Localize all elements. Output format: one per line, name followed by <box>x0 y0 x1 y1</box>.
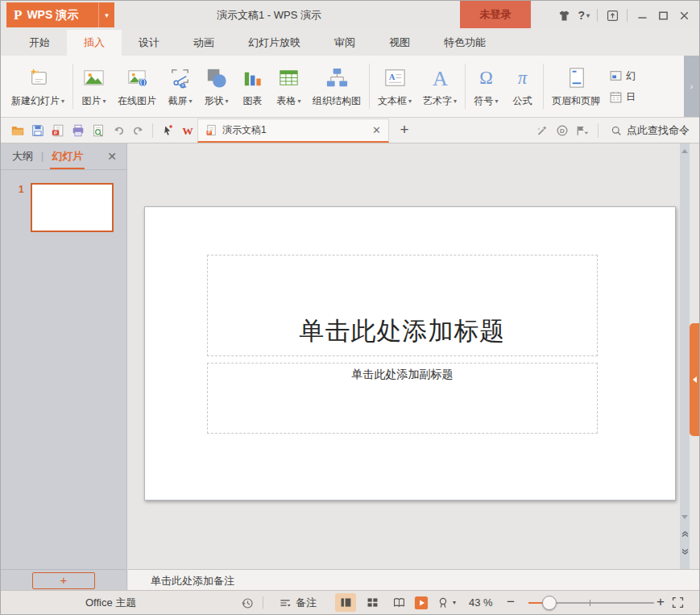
ribbon-item-table[interactable]: 表格▾ <box>271 62 307 111</box>
subtitle-placeholder[interactable]: 单击此处添加副标题 <box>207 363 598 434</box>
ribbon-group-separator <box>72 64 73 109</box>
wps-w-icon[interactable]: W <box>177 121 197 140</box>
title-placeholder[interactable]: 单击此处添加标题 <box>207 255 598 356</box>
ribbon-item-chart[interactable]: 图表 <box>234 62 271 111</box>
app-menu-caret-icon[interactable]: ▾ <box>98 2 114 27</box>
slide-thumbnail[interactable] <box>31 183 114 232</box>
zoom-slider[interactable] <box>528 602 654 604</box>
menu-tab-6[interactable]: 视图 <box>372 30 427 56</box>
maximize-icon[interactable] <box>652 5 673 26</box>
ribbon-item-shapes[interactable]: 形状▾ <box>198 62 234 111</box>
slide-number-icon <box>609 69 623 83</box>
wps-app-menu[interactable]: P WPS 演示 ▾ <box>6 2 114 27</box>
tab-close-icon[interactable]: ✕ <box>372 124 381 136</box>
menu-tab-1[interactable]: 插入 <box>67 30 122 56</box>
slide-editor-area: 单击此处添加标题 单击此处添加副标题 <box>128 143 680 569</box>
quick-access-toolbar: PW P 演示文稿1 ✕ + D 点此查找命令 <box>1 118 699 143</box>
panel-close-icon[interactable]: ✕ <box>107 150 117 163</box>
ribbon-item-label: 页眉和页脚 <box>552 94 600 108</box>
slides-panel: 大纲 | 幻灯片 ✕ 1 <box>1 143 127 569</box>
tab-outline[interactable]: 大纲 <box>10 143 35 169</box>
undo-icon[interactable] <box>108 121 128 140</box>
new-tab-button[interactable]: + <box>395 120 414 139</box>
menu-tab-2[interactable]: 设计 <box>122 30 176 56</box>
open-folder-icon[interactable] <box>7 121 27 140</box>
task-pane-toggle[interactable] <box>690 323 699 436</box>
menu-tab-7[interactable]: 特色功能 <box>427 30 503 56</box>
zoom-slider-handle[interactable] <box>542 596 557 610</box>
dropdown-caret-icon: ▾ <box>298 98 301 105</box>
toolbar-divider <box>598 123 599 138</box>
skin-tshirt-icon[interactable] <box>553 5 574 26</box>
slide-canvas[interactable]: 单击此处添加标题 单击此处添加副标题 <box>144 206 676 501</box>
ribbon-item-slide-number[interactable]: 幻 <box>609 69 636 83</box>
ribbon-item-label: 符号▾ <box>474 94 499 108</box>
menu-tab-3[interactable]: 动画 <box>176 30 231 56</box>
pane-toggle-arrow-icon <box>693 376 697 383</box>
fit-to-window-button[interactable] <box>671 596 686 610</box>
zoom-in-button[interactable]: + <box>653 591 668 613</box>
ribbon-group-separator <box>543 64 544 109</box>
shapes-icon <box>204 65 229 90</box>
minimize-icon[interactable] <box>632 5 652 26</box>
main-area: 大纲 | 幻灯片 ✕ 1 单击此处添加标题 单击此处添加副标题 <box>1 143 699 569</box>
panel-tabs: 大纲 | 幻灯片 ✕ <box>1 143 126 170</box>
login-button[interactable]: 未登录 <box>460 1 531 28</box>
print-icon[interactable] <box>68 121 88 140</box>
flag-dropdown-icon[interactable] <box>572 121 592 140</box>
scroll-down-icon[interactable] <box>680 511 690 522</box>
ribbon-item-org-chart[interactable]: 组织结构图 <box>307 62 367 111</box>
pointer-red-dot-icon[interactable] <box>157 121 177 140</box>
ribbon-expand-button[interactable]: › <box>684 56 699 117</box>
slideshow-play-button[interactable] <box>414 596 429 610</box>
ribbon-item-date-time[interactable]: 日 <box>609 90 636 104</box>
online-picture-icon <box>125 65 150 90</box>
wps-logo-icon: P <box>6 7 27 23</box>
notes-input-area[interactable]: 单击此处添加备注 <box>128 569 699 592</box>
notes-toggle[interactable]: 备注 <box>279 591 317 614</box>
svg-text:P: P <box>54 130 57 135</box>
view-normal-button[interactable] <box>335 593 356 612</box>
find-command-search[interactable]: 点此查找命令 <box>604 123 693 138</box>
next-slide-button[interactable] <box>680 543 690 559</box>
print-preview-icon[interactable] <box>88 121 108 140</box>
view-reading-button[interactable] <box>388 593 409 612</box>
menu-tab-5[interactable]: 审阅 <box>317 30 372 56</box>
zoom-level[interactable]: 43 % <box>469 591 493 614</box>
night-mode-icon[interactable]: D <box>552 121 572 140</box>
ribbon-item-new-slide[interactable]: 新建幻灯片▾ <box>6 62 70 111</box>
search-icon <box>611 125 622 136</box>
ribbon-item-picture[interactable]: 图片▾ <box>76 62 112 111</box>
magic-wand-icon[interactable] <box>532 121 552 140</box>
tab-slides[interactable]: 幻灯片 <box>50 143 85 169</box>
previous-slide-button[interactable] <box>680 526 690 542</box>
zoom-out-button[interactable]: − <box>503 591 518 613</box>
scroll-up-icon[interactable] <box>680 145 690 156</box>
ribbon-item-wordart[interactable]: A艺术字▾ <box>417 62 462 111</box>
document-tab[interactable]: P 演示文稿1 ✕ <box>197 118 389 143</box>
menu-tab-4[interactable]: 幻灯片放映 <box>231 30 317 56</box>
add-slide-button[interactable]: + <box>32 572 95 589</box>
presenter-tools-button[interactable]: ▾ <box>437 591 456 614</box>
redo-icon[interactable] <box>128 121 148 140</box>
share-window-icon[interactable] <box>602 5 623 26</box>
svg-text:D: D <box>560 127 565 134</box>
ribbon-item-header-footer[interactable]: 页眉和页脚 <box>546 62 606 111</box>
save-icon[interactable] <box>27 121 48 140</box>
ribbon-item-textbox[interactable]: A文本框▾ <box>372 62 417 111</box>
dropdown-caret-icon: ▾ <box>103 98 106 105</box>
ribbon-item-symbol[interactable]: Ω符号▾ <box>468 62 504 111</box>
export-pdf-icon[interactable]: P <box>48 121 68 140</box>
ribbon-item-label: 新建幻灯片▾ <box>11 94 64 108</box>
presenter-tools-caret-icon: ▾ <box>453 599 456 606</box>
ribbon-item-online-picture[interactable]: 在线图片 <box>112 62 162 111</box>
view-sorter-button[interactable] <box>362 593 383 612</box>
history-icon[interactable] <box>239 595 255 611</box>
svg-text:A: A <box>388 73 395 81</box>
help-button[interactable]: ?▾ <box>574 9 593 22</box>
ribbon-item-screenshot[interactable]: 截屏▾ <box>162 62 198 111</box>
close-icon[interactable] <box>673 5 694 26</box>
menu-tab-0[interactable]: 开始 <box>12 30 67 56</box>
ribbon-item-formula[interactable]: π公式 <box>504 62 541 111</box>
vertical-scrollbar[interactable] <box>680 143 690 569</box>
